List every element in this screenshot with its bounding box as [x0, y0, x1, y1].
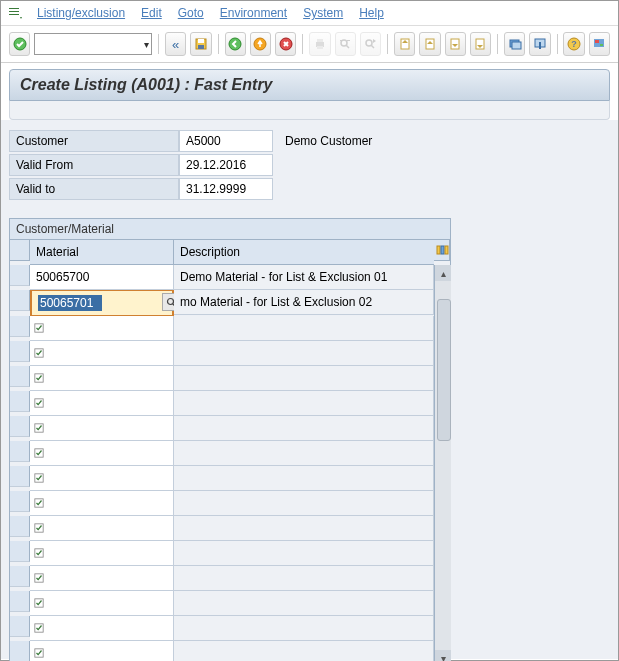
row-selector[interactable] — [10, 341, 30, 362]
new-session-button[interactable] — [504, 32, 525, 56]
material-cell-empty[interactable] — [30, 466, 174, 491]
material-cell-empty[interactable] — [30, 341, 174, 366]
session-menu-icon[interactable] — [7, 5, 23, 21]
customer-label: Customer — [9, 130, 179, 152]
table-config-button[interactable] — [434, 240, 450, 261]
menu-help[interactable]: Help — [351, 4, 392, 22]
material-cell-empty[interactable] — [30, 541, 174, 566]
menu-goto[interactable]: Goto — [170, 4, 212, 22]
description-cell-empty — [174, 591, 434, 616]
valid-from-field[interactable]: 29.12.2016 — [179, 154, 273, 176]
material-cell-empty[interactable] — [30, 316, 174, 341]
description-cell-empty — [174, 541, 434, 566]
material-cell-empty[interactable] — [30, 591, 174, 616]
col-header-material[interactable]: Material — [30, 240, 174, 265]
menu-listing-exclusion[interactable]: Listing/exclusion — [29, 4, 133, 22]
svg-rect-16 — [340, 40, 343, 41]
scroll-thumb[interactable] — [437, 299, 451, 441]
row-selector[interactable] — [10, 616, 30, 637]
description-cell-empty — [174, 566, 434, 591]
row-selector[interactable] — [10, 391, 30, 412]
row-selector-header[interactable] — [10, 240, 30, 261]
svg-rect-7 — [198, 45, 204, 49]
help-button[interactable]: ? — [563, 32, 584, 56]
row-selector[interactable] — [10, 466, 30, 487]
row-selector[interactable] — [10, 541, 30, 562]
svg-rect-12 — [317, 39, 323, 42]
material-cell-empty[interactable] — [30, 641, 174, 661]
material-cell-empty[interactable] — [30, 416, 174, 441]
row-selector[interactable] — [10, 265, 30, 286]
description-cell-empty — [174, 391, 434, 416]
menu-system[interactable]: System — [295, 4, 351, 22]
description-cell: Demo Material - for List & Exclusion 01 — [174, 265, 434, 290]
prev-page-button[interactable] — [419, 32, 440, 56]
svg-rect-38 — [437, 246, 440, 254]
svg-text:?: ? — [571, 39, 577, 49]
col-header-description[interactable]: Description — [174, 240, 434, 265]
page-title: Create Listing (A001) : Fast Entry — [9, 69, 610, 101]
row-selector[interactable] — [10, 491, 30, 512]
row-selector[interactable] — [10, 516, 30, 537]
row-selector[interactable] — [10, 416, 30, 437]
material-cell-empty[interactable] — [30, 491, 174, 516]
svg-rect-36 — [595, 40, 599, 43]
material-cell-empty[interactable] — [30, 566, 174, 591]
back-double-icon[interactable]: « — [165, 32, 186, 56]
svg-marker-3 — [20, 17, 22, 19]
material-cell-empty[interactable] — [30, 391, 174, 416]
cancel-button[interactable] — [275, 32, 296, 56]
material-cell-empty[interactable] — [30, 616, 174, 641]
enter-button[interactable] — [9, 32, 30, 56]
row-selector[interactable] — [10, 566, 30, 587]
svg-rect-32 — [539, 42, 541, 49]
material-cell[interactable]: 50065700 — [30, 265, 174, 290]
description-cell-empty — [174, 441, 434, 466]
material-cell-focused[interactable]: 50065701 — [30, 290, 174, 316]
row-selector[interactable] — [10, 290, 30, 311]
svg-rect-39 — [441, 246, 444, 254]
row-selector[interactable] — [10, 366, 30, 387]
first-page-button[interactable] — [394, 32, 415, 56]
exit-button[interactable] — [250, 32, 271, 56]
description-cell-empty — [174, 641, 434, 661]
command-field[interactable]: ▾ — [34, 33, 152, 55]
description-cell-empty — [174, 316, 434, 341]
description-cell-empty — [174, 416, 434, 441]
material-cell-empty[interactable] — [30, 441, 174, 466]
scroll-down-icon[interactable]: ▾ — [435, 650, 451, 661]
last-page-button[interactable] — [470, 32, 491, 56]
svg-rect-40 — [445, 246, 448, 254]
save-button[interactable] — [190, 32, 211, 56]
next-page-button[interactable] — [445, 32, 466, 56]
find-next-button — [360, 32, 381, 56]
material-cell-empty[interactable] — [30, 516, 174, 541]
scroll-up-icon[interactable]: ▴ — [435, 265, 451, 281]
description-cell-empty — [174, 516, 434, 541]
svg-rect-0 — [9, 8, 19, 9]
svg-rect-37 — [600, 44, 603, 46]
print-button — [309, 32, 330, 56]
layout-button[interactable] — [589, 32, 610, 56]
menu-environment[interactable]: Environment — [212, 4, 295, 22]
system-toolbar: ▾ « — [1, 26, 618, 63]
svg-line-19 — [371, 45, 374, 48]
material-cell-empty[interactable] — [30, 366, 174, 391]
svg-point-41 — [167, 298, 173, 304]
customer-field[interactable]: A5000 — [179, 130, 273, 152]
vertical-scrollbar[interactable]: ▴ ▾ — [434, 265, 451, 661]
svg-point-8 — [229, 38, 241, 50]
description-cell-empty — [174, 466, 434, 491]
valid-to-field[interactable]: 31.12.9999 — [179, 178, 273, 200]
back-button[interactable] — [225, 32, 246, 56]
valid-to-label: Valid to — [9, 178, 179, 200]
shortcut-button[interactable] — [529, 32, 550, 56]
table-title: Customer/Material — [10, 219, 450, 240]
row-selector[interactable] — [10, 441, 30, 462]
row-selector[interactable] — [10, 316, 30, 337]
row-selector[interactable] — [10, 641, 30, 661]
row-selector[interactable] — [10, 591, 30, 612]
menu-edit[interactable]: Edit — [133, 4, 170, 22]
svg-rect-30 — [512, 42, 521, 49]
application-toolbar — [9, 101, 610, 120]
